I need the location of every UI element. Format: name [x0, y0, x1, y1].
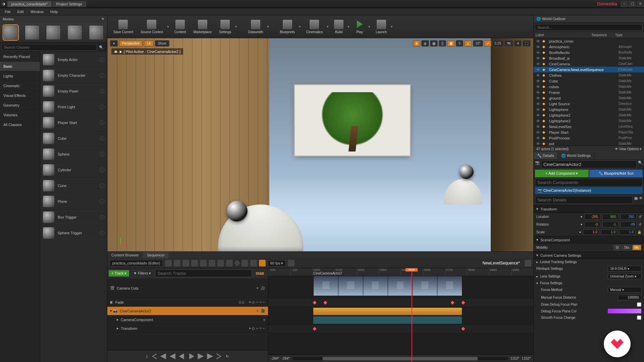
mobility-stationary[interactable]: Sta [622, 245, 632, 250]
outliner-row[interactable]: 👁◆potStaticMe [534, 141, 644, 145]
range-end-2[interactable]: 1152* [522, 357, 531, 360]
component-instance[interactable]: 📷 CineCameraActor2(Instance) [535, 187, 643, 194]
outliner-row[interactable]: 👁◆CubeStaticMe [534, 78, 644, 84]
track-camera-cuts[interactable]: 🎬 Camera Cuts + 🎥 [107, 279, 268, 298]
actor-name-input[interactable] [541, 161, 637, 168]
blueprints-button[interactable]: Blueprints [276, 18, 298, 35]
undo-icon[interactable] [200, 260, 207, 266]
fps-dropdown[interactable]: 60 fps ▾ [268, 260, 285, 266]
cat-all-classes[interactable]: All Classes [0, 120, 40, 130]
reset-icon[interactable]: ↺ [639, 215, 641, 219]
tab-content-browser[interactable]: Content Browser [107, 252, 143, 258]
actor-plane[interactable]: Planei [40, 194, 107, 209]
range-start-2[interactable]: -264* [282, 357, 290, 360]
source-control-button[interactable]: Source Control [137, 18, 166, 35]
outliner-row[interactable]: 👁◆PostProcessPostProc [534, 135, 644, 141]
visibility-icon[interactable]: 👁 [536, 108, 540, 112]
actor-list[interactable]: Empty Actori Empty Characteri Empty Pawn… [40, 52, 107, 362]
outliner-row[interactable]: 👁◆AtmosphericAtmosph [534, 44, 644, 50]
outliner-row[interactable]: 👁◆Player StartPlayerSta [534, 129, 644, 135]
prev-key-icon[interactable] [169, 353, 175, 359]
plus-icon[interactable]: + ◇ ←○→ [249, 300, 265, 304]
outliner-row[interactable]: 👁◆groundStaticMe [534, 95, 644, 101]
menu-help[interactable]: Help [48, 9, 61, 14]
search-classes-input[interactable] [1, 44, 97, 51]
save-sequence-icon[interactable] [165, 260, 172, 266]
play-button[interactable]: Play [352, 18, 368, 35]
info-icon[interactable]: i [100, 73, 104, 78]
mode-geometry-icon[interactable] [89, 25, 104, 40]
outliner-search-input[interactable] [535, 24, 643, 31]
cat-vfx[interactable]: Visual Effects [0, 91, 40, 101]
menu-file[interactable]: File [2, 9, 13, 14]
go-to-end-icon[interactable] [216, 353, 222, 359]
outliner-row[interactable]: 👁◆NewLevelSecLevelSeq [534, 124, 644, 129]
actor-box-trigger[interactable]: Box Triggeri [40, 209, 107, 225]
visibility-icon[interactable]: 👁 [536, 90, 540, 95]
outliner-row[interactable]: 👁◆CineCamera.NewLevelSequenceCineCam [534, 67, 644, 72]
col-label[interactable]: Label [536, 33, 592, 37]
info-icon[interactable]: i [100, 168, 104, 172]
filmback-dropdown[interactable]: 16:9 DSLR ▾ [608, 266, 641, 272]
camera-cut-strip[interactable] [313, 276, 462, 296]
plus-icon[interactable]: + 🎥 [256, 309, 265, 313]
cat-recently-placed[interactable]: Recently Placed [0, 52, 40, 62]
info-icon[interactable]: i [100, 89, 104, 94]
col-type[interactable]: Type [615, 33, 642, 37]
actor-empty-pawn[interactable]: Empty Pawni [40, 83, 107, 99]
actor-empty-actor[interactable]: Empty Actori [40, 52, 107, 68]
file-tab-2[interactable]: Project Settings [52, 1, 86, 7]
camera-component-lane[interactable] [313, 316, 462, 324]
plus-icon[interactable]: + ◇ ←○→ [249, 326, 265, 330]
actor-sphere-trigger[interactable]: Sphere Triggeri [40, 225, 107, 241]
info-icon[interactable]: i [100, 215, 104, 220]
search-tracks-input[interactable] [155, 269, 252, 277]
viewport-perspective[interactable]: Perspective [119, 40, 143, 47]
actor-cone[interactable]: Conei [40, 178, 107, 194]
viewport-lit[interactable]: Lit [144, 40, 154, 47]
transform-mode-icon[interactable]: ⊕ [413, 40, 420, 47]
info-icon[interactable]: i [100, 57, 104, 62]
track-camera-component[interactable]: ▸CameraComponent + [107, 315, 268, 324]
scale-y[interactable] [601, 229, 617, 235]
visibility-icon[interactable]: 👁 [536, 39, 540, 43]
find-in-content-icon[interactable] [174, 260, 180, 266]
search-icon[interactable]: 🔍 [97, 45, 106, 50]
camera-speed-icon[interactable]: 📷 [504, 40, 513, 47]
range-start[interactable]: -264* [271, 357, 279, 360]
visibility-icon[interactable]: 👁 [536, 113, 540, 117]
playhead[interactable] [412, 268, 412, 362]
section-transform[interactable]: ▾ Transform [534, 205, 644, 213]
visibility-icon[interactable]: 👁 [536, 125, 540, 129]
reset-icon[interactable]: ↺ [639, 223, 641, 226]
stop-icon[interactable]: ■ [119, 50, 122, 54]
timeline-scrollbar[interactable] [292, 357, 508, 360]
viewport-dropdown[interactable]: ▾ [110, 40, 118, 47]
track-transform[interactable]: ▸Transform + ◇ ←○→ [107, 324, 268, 333]
step-forward-icon[interactable] [207, 353, 213, 359]
manual-focus-input[interactable] [618, 295, 641, 300]
maximize-viewport-icon[interactable]: ⛶ [523, 40, 531, 47]
outliner-row[interactable]: 👁◆practica_consc [534, 38, 644, 44]
grid-toggle-icon[interactable]: ▦ [447, 40, 455, 47]
mobility-static[interactable]: St [613, 245, 621, 250]
camera-speed[interactable]: 4 [514, 40, 522, 47]
cat-volumes[interactable]: Volumes [0, 110, 40, 120]
next-key-icon[interactable] [198, 353, 204, 359]
section-camera-settings[interactable]: ▾ Current Camera Settings [534, 251, 644, 259]
filters-button[interactable]: ▼ Filters ▾ [130, 270, 154, 277]
info-icon[interactable]: i [100, 231, 104, 235]
outliner-row[interactable]: 👁◆FrameStaticMe [534, 89, 644, 95]
datasmith-button[interactable]: Datasmith [245, 18, 266, 35]
eye-icon[interactable]: 👁 [639, 196, 643, 204]
outliner-row[interactable]: 👁◆Light SourceDirection [534, 101, 644, 107]
timeline[interactable]: 0568 -240 -120 0000 0120 0240 0360 0480 … [268, 268, 533, 362]
timeline-ruler[interactable]: -240 -120 0000 0120 0240 0360 0480 0600 … [268, 268, 533, 276]
plus-icon[interactable]: + 🎥 [256, 286, 265, 290]
tab-details[interactable]: 🔧 Details [534, 152, 558, 159]
window-close-button[interactable]: ✕ [637, 1, 644, 7]
outliner-list[interactable]: 👁◆practica_consc👁◆AtmosphericAtmosph👁◆Bo… [534, 38, 644, 145]
add-track-button[interactable]: + Track ▾ [109, 270, 129, 277]
actor-empty-character[interactable]: Empty Characteri [40, 68, 107, 83]
visibility-icon[interactable]: 👁 [536, 56, 540, 60]
